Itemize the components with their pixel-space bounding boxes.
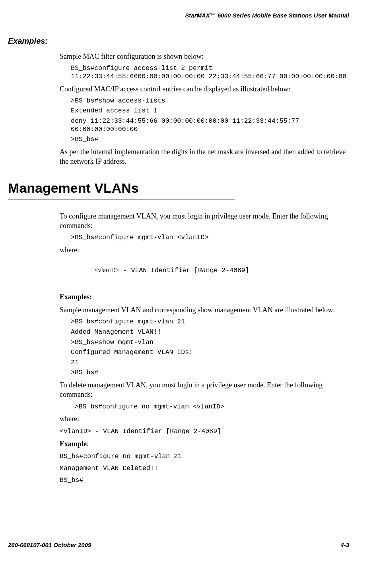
section1-para2: Configured MAC/IP access control entries… [60, 84, 349, 94]
example-heading-single: Example: [60, 440, 349, 448]
code-block-2-l3: deny 11:22:33:44:55:66 00:00:00:00:00:00… [71, 117, 349, 133]
code-mgmt-vlan: >BS_bs#configure mgmt-vlan <vlanID> [71, 234, 349, 242]
page-container: StarMAX™ 6000 Series Mobile Base Station… [0, 0, 373, 556]
ex-l2: Added Management VLAN!! [71, 328, 349, 337]
section2-content: To configure management VLAN, you must l… [60, 211, 349, 485]
code-block-2-l2: Extended access list 1 [71, 107, 349, 115]
ex-l3: >BS_bs#show mgmt-vlan [71, 338, 349, 347]
final-l3: BS_bs# [60, 476, 349, 485]
final-l2: Management VLAN Deleted!! [60, 464, 349, 473]
ex-l5: 21 [71, 359, 349, 367]
footer-right: 4-3 [340, 542, 349, 548]
param-name: <vlanID> [94, 267, 119, 273]
delete-intro: To delete management VLAN, you must logi… [60, 380, 349, 400]
param-desc: - VLAN Identifier [Range 2-4089] [123, 267, 249, 274]
code-block-1: BS_bs#configure access-list 2 permit 11:… [71, 64, 349, 81]
examples-heading-2: Examples: [60, 293, 349, 301]
header-title: StarMAX™ 6000 Series Mobile Base Station… [185, 12, 349, 19]
ex-l6: >BS_bs# [71, 369, 349, 377]
example-colon: : [87, 440, 89, 448]
section2-intro: To configure management VLAN, you must l… [60, 211, 349, 231]
final-l1: BS_bs#configure no mgmt-vlan 21 [60, 452, 349, 461]
page-header: StarMAX™ 6000 Series Mobile Base Station… [8, 12, 349, 19]
management-vlans-title: Management VLANs [8, 180, 349, 196]
section1-intro: Sample MAC filter configuration is shown… [60, 52, 349, 61]
section1-para3: As per the internal implementation the d… [60, 147, 349, 166]
ex-l1: >BS_bs#configure mgmt-vlan 21 [71, 318, 349, 326]
examples-intro: Sample management VLAN and corresponding… [60, 305, 349, 315]
where-label: where: [60, 245, 349, 255]
code-block-2-l1: >BS_bs#show access-lists [71, 97, 349, 105]
examples-heading: Examples: [8, 37, 349, 46]
ex-l4: Configured Management VLAN IDs: [71, 348, 349, 357]
section1-content: Sample MAC filter configuration is shown… [60, 52, 349, 166]
code-block-2-l4: >BS_bs# [71, 135, 349, 144]
section-divider [8, 199, 235, 199]
delete-code: >BS bs#configure no mgmt-vlan <vlanID> [71, 403, 349, 411]
param2-line: <vlanID> - VLAN Identifier [Range 2-4089… [60, 427, 349, 436]
where-label-2: where: [60, 414, 349, 424]
page-footer: 260-668107-001 October 2009 4-3 [8, 539, 349, 548]
footer-left: 260-668107-001 October 2009 [8, 542, 91, 548]
param-vlanid: <vlanID> - VLAN Identifier [Range 2-4089… [71, 258, 349, 283]
example-word: Example [60, 440, 87, 448]
